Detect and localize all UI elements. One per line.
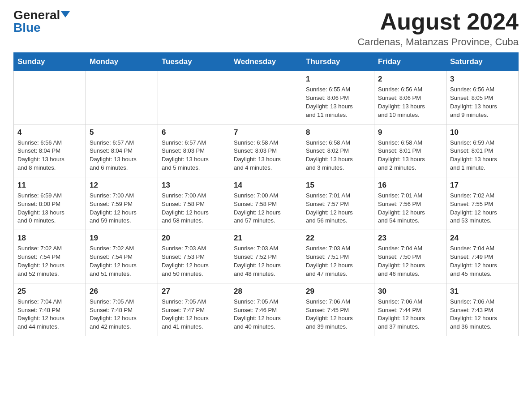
day-number: 23 bbox=[378, 234, 442, 243]
calendar-cell: 22Sunrise: 7:03 AM Sunset: 7:51 PM Dayli… bbox=[302, 230, 374, 283]
calendar-cell: 4Sunrise: 6:56 AM Sunset: 8:04 PM Daylig… bbox=[14, 124, 86, 177]
weekday-header-friday: Friday bbox=[374, 53, 446, 71]
calendar-cell: 13Sunrise: 7:00 AM Sunset: 7:58 PM Dayli… bbox=[158, 177, 230, 230]
calendar-cell: 30Sunrise: 7:06 AM Sunset: 7:44 PM Dayli… bbox=[374, 283, 446, 336]
weekday-header-monday: Monday bbox=[86, 53, 158, 71]
calendar-cell: 20Sunrise: 7:03 AM Sunset: 7:53 PM Dayli… bbox=[158, 230, 230, 283]
calendar-cell bbox=[14, 71, 86, 124]
day-number: 8 bbox=[306, 128, 370, 137]
calendar-week-row: 4Sunrise: 6:56 AM Sunset: 8:04 PM Daylig… bbox=[14, 124, 519, 177]
calendar-cell: 1Sunrise: 6:55 AM Sunset: 8:06 PM Daylig… bbox=[302, 71, 374, 124]
calendar-cell: 21Sunrise: 7:03 AM Sunset: 7:52 PM Dayli… bbox=[230, 230, 302, 283]
calendar-cell bbox=[158, 71, 230, 124]
day-number: 1 bbox=[306, 75, 370, 84]
logo-arrow-icon bbox=[61, 11, 70, 17]
day-info: Sunrise: 6:56 AM Sunset: 8:05 PM Dayligh… bbox=[450, 86, 515, 119]
day-info: Sunrise: 6:56 AM Sunset: 8:04 PM Dayligh… bbox=[17, 139, 82, 172]
calendar-week-row: 11Sunrise: 6:59 AM Sunset: 8:00 PM Dayli… bbox=[14, 177, 519, 230]
day-info: Sunrise: 7:01 AM Sunset: 7:56 PM Dayligh… bbox=[378, 192, 442, 225]
weekday-header-sunday: Sunday bbox=[14, 53, 86, 71]
calendar-cell: 25Sunrise: 7:04 AM Sunset: 7:48 PM Dayli… bbox=[14, 283, 86, 336]
day-info: Sunrise: 7:05 AM Sunset: 7:46 PM Dayligh… bbox=[234, 298, 298, 331]
weekday-header-tuesday: Tuesday bbox=[158, 53, 230, 71]
title-block: August 2024 Cardenas, Matanzas Province,… bbox=[357, 9, 519, 48]
day-number: 3 bbox=[450, 75, 515, 84]
day-info: Sunrise: 7:00 AM Sunset: 7:58 PM Dayligh… bbox=[234, 192, 298, 225]
calendar-cell: 9Sunrise: 6:58 AM Sunset: 8:01 PM Daylig… bbox=[374, 124, 446, 177]
day-number: 11 bbox=[17, 181, 82, 190]
day-number: 30 bbox=[378, 287, 442, 296]
weekday-header-saturday: Saturday bbox=[446, 53, 519, 71]
calendar-cell: 6Sunrise: 6:57 AM Sunset: 8:03 PM Daylig… bbox=[158, 124, 230, 177]
day-info: Sunrise: 6:59 AM Sunset: 8:01 PM Dayligh… bbox=[450, 139, 515, 172]
calendar-cell: 12Sunrise: 7:00 AM Sunset: 7:59 PM Dayli… bbox=[86, 177, 158, 230]
day-number: 27 bbox=[162, 287, 226, 296]
day-number: 25 bbox=[17, 287, 82, 296]
day-info: Sunrise: 7:00 AM Sunset: 7:58 PM Dayligh… bbox=[162, 192, 226, 225]
calendar-cell: 28Sunrise: 7:05 AM Sunset: 7:46 PM Dayli… bbox=[230, 283, 302, 336]
day-info: Sunrise: 7:02 AM Sunset: 7:54 PM Dayligh… bbox=[90, 244, 154, 278]
calendar-cell: 19Sunrise: 7:02 AM Sunset: 7:54 PM Dayli… bbox=[86, 230, 158, 283]
day-info: Sunrise: 6:59 AM Sunset: 8:00 PM Dayligh… bbox=[17, 192, 82, 225]
day-number: 19 bbox=[90, 234, 154, 243]
day-info: Sunrise: 7:02 AM Sunset: 7:55 PM Dayligh… bbox=[450, 192, 515, 225]
day-number: 5 bbox=[90, 128, 154, 137]
day-info: Sunrise: 7:00 AM Sunset: 7:59 PM Dayligh… bbox=[90, 192, 154, 225]
day-info: Sunrise: 6:55 AM Sunset: 8:06 PM Dayligh… bbox=[306, 86, 370, 119]
calendar-cell: 29Sunrise: 7:06 AM Sunset: 7:45 PM Dayli… bbox=[302, 283, 374, 336]
day-info: Sunrise: 7:03 AM Sunset: 7:51 PM Dayligh… bbox=[306, 244, 370, 278]
day-number: 20 bbox=[162, 234, 226, 243]
page-header: General Blue August 2024 Cardenas, Matan… bbox=[13, 9, 519, 48]
day-number: 24 bbox=[450, 234, 515, 243]
calendar-cell: 26Sunrise: 7:05 AM Sunset: 7:48 PM Dayli… bbox=[86, 283, 158, 336]
calendar-table: SundayMondayTuesdayWednesdayThursdayFrid… bbox=[13, 52, 519, 336]
day-number: 22 bbox=[306, 234, 370, 243]
calendar-cell: 10Sunrise: 6:59 AM Sunset: 8:01 PM Dayli… bbox=[446, 124, 519, 177]
day-info: Sunrise: 7:02 AM Sunset: 7:54 PM Dayligh… bbox=[17, 244, 82, 278]
day-info: Sunrise: 7:04 AM Sunset: 7:48 PM Dayligh… bbox=[17, 298, 82, 331]
day-number: 7 bbox=[234, 128, 298, 137]
day-info: Sunrise: 6:56 AM Sunset: 8:06 PM Dayligh… bbox=[378, 86, 442, 119]
day-info: Sunrise: 7:04 AM Sunset: 7:50 PM Dayligh… bbox=[378, 244, 442, 278]
day-number: 2 bbox=[378, 75, 442, 84]
day-number: 31 bbox=[450, 287, 515, 296]
day-info: Sunrise: 7:06 AM Sunset: 7:44 PM Dayligh… bbox=[378, 298, 442, 331]
day-number: 26 bbox=[90, 287, 154, 296]
month-title: August 2024 bbox=[357, 9, 519, 34]
calendar-cell: 23Sunrise: 7:04 AM Sunset: 7:50 PM Dayli… bbox=[374, 230, 446, 283]
day-number: 12 bbox=[90, 181, 154, 190]
calendar-cell: 2Sunrise: 6:56 AM Sunset: 8:06 PM Daylig… bbox=[374, 71, 446, 124]
day-number: 4 bbox=[17, 128, 82, 137]
calendar-cell bbox=[86, 71, 158, 124]
day-number: 21 bbox=[234, 234, 298, 243]
day-info: Sunrise: 6:57 AM Sunset: 8:03 PM Dayligh… bbox=[162, 139, 226, 172]
day-info: Sunrise: 7:06 AM Sunset: 7:45 PM Dayligh… bbox=[306, 298, 370, 331]
day-number: 15 bbox=[306, 181, 370, 190]
calendar-cell: 14Sunrise: 7:00 AM Sunset: 7:58 PM Dayli… bbox=[230, 177, 302, 230]
day-info: Sunrise: 7:03 AM Sunset: 7:52 PM Dayligh… bbox=[234, 244, 298, 278]
location-subtitle: Cardenas, Matanzas Province, Cuba bbox=[357, 36, 519, 48]
day-number: 9 bbox=[378, 128, 442, 137]
calendar-cell bbox=[230, 71, 302, 124]
weekday-header-thursday: Thursday bbox=[302, 53, 374, 71]
calendar-cell: 31Sunrise: 7:06 AM Sunset: 7:43 PM Dayli… bbox=[446, 283, 519, 336]
calendar-week-row: 1Sunrise: 6:55 AM Sunset: 8:06 PM Daylig… bbox=[14, 71, 519, 124]
day-info: Sunrise: 7:04 AM Sunset: 7:49 PM Dayligh… bbox=[450, 244, 515, 278]
day-info: Sunrise: 7:05 AM Sunset: 7:47 PM Dayligh… bbox=[162, 298, 226, 331]
day-info: Sunrise: 6:57 AM Sunset: 8:04 PM Dayligh… bbox=[90, 139, 154, 172]
calendar-cell: 16Sunrise: 7:01 AM Sunset: 7:56 PM Dayli… bbox=[374, 177, 446, 230]
logo-general: General bbox=[13, 9, 60, 21]
day-number: 29 bbox=[306, 287, 370, 296]
day-info: Sunrise: 7:05 AM Sunset: 7:48 PM Dayligh… bbox=[90, 298, 154, 331]
calendar-cell: 5Sunrise: 6:57 AM Sunset: 8:04 PM Daylig… bbox=[86, 124, 158, 177]
day-info: Sunrise: 6:58 AM Sunset: 8:02 PM Dayligh… bbox=[306, 139, 370, 172]
logo-blue: Blue bbox=[13, 21, 41, 34]
calendar-header-row: SundayMondayTuesdayWednesdayThursdayFrid… bbox=[14, 53, 519, 71]
calendar-cell: 24Sunrise: 7:04 AM Sunset: 7:49 PM Dayli… bbox=[446, 230, 519, 283]
day-number: 17 bbox=[450, 181, 515, 190]
day-info: Sunrise: 7:06 AM Sunset: 7:43 PM Dayligh… bbox=[450, 298, 515, 331]
calendar-cell: 17Sunrise: 7:02 AM Sunset: 7:55 PM Dayli… bbox=[446, 177, 519, 230]
logo: General Blue bbox=[13, 9, 70, 34]
calendar-cell: 8Sunrise: 6:58 AM Sunset: 8:02 PM Daylig… bbox=[302, 124, 374, 177]
day-number: 14 bbox=[234, 181, 298, 190]
